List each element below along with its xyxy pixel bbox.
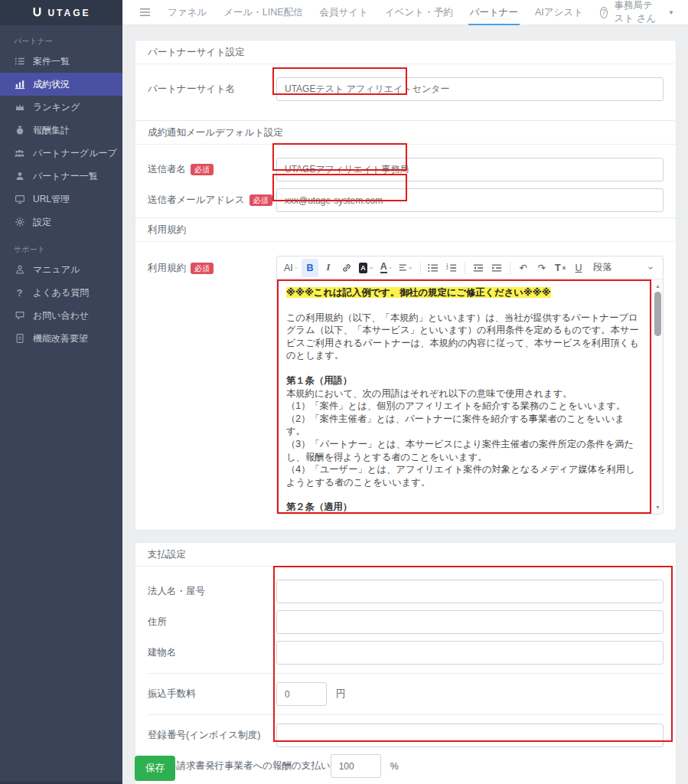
logo[interactable]: UTAGE <box>0 0 122 25</box>
redo-button[interactable]: ↷ <box>533 259 550 277</box>
nav-item-partner[interactable]: パートナー <box>470 0 518 25</box>
sender-email-label: 送信者メールアドレス <box>148 194 245 207</box>
undo-button[interactable]: ↶ <box>515 259 532 277</box>
chat-icon <box>14 310 25 322</box>
card-title: 支払設定 <box>135 543 676 567</box>
chevron-down-icon <box>369 265 373 271</box>
card-title: 利用規約 <box>135 218 676 242</box>
scroll-down-icon[interactable]: ▼ <box>652 502 664 512</box>
nav-item-member-site[interactable]: 会員サイト <box>320 0 368 25</box>
sidebar-item-partner-group[interactable]: パートナーグループ <box>0 142 122 165</box>
link-button[interactable] <box>338 259 355 277</box>
bold-button[interactable]: B <box>302 259 318 277</box>
underline-button[interactable]: U <box>570 259 587 277</box>
bar-chart-icon <box>14 79 25 90</box>
user-menu-name[interactable]: 事務局テスト さん <box>615 0 661 25</box>
sidebar-item-label: 設定 <box>33 216 51 229</box>
sender-name-input[interactable] <box>276 158 664 181</box>
terms-heading: 第２条（適用） <box>286 501 642 514</box>
building-name-label: 建物名 <box>148 646 276 659</box>
transfer-fee-unit: 円 <box>336 688 346 701</box>
nonqualified-payment-input[interactable] <box>331 754 381 778</box>
money-bag-icon <box>14 125 25 136</box>
address-input[interactable] <box>276 610 664 634</box>
person-outline-icon <box>14 264 25 276</box>
scrollbar-thumb[interactable] <box>654 292 661 336</box>
terms-line: （2）「案件主催者」とは、パートナーに案件を紹介する事業者のことをいいます。 <box>286 413 642 438</box>
sidebar-item-contact[interactable]: お問い合わせ <box>0 304 122 327</box>
sidebar-item-seiyaku-jokyo[interactable]: 成約状況 <box>0 73 122 96</box>
card-title: 成約通知メールデフォルト設定 <box>135 121 676 145</box>
card-payment-settings: 支払設定 法人名・屋号 住所 建物名 振込手数料 円 登録番号(イン <box>135 542 677 784</box>
required-badge: 必須 <box>191 263 214 274</box>
nav-item-ai-assist[interactable]: AIアシスト <box>535 0 583 25</box>
transfer-fee-label: 振込手数料 <box>148 688 276 701</box>
hamburger-menu-icon[interactable] <box>139 0 151 25</box>
nonqualified-payment-unit: % <box>390 761 399 772</box>
italic-button[interactable]: I <box>320 259 337 277</box>
terms-line: ※※※これは記入例です。御社の規定にご修正ください※※※ <box>286 286 642 299</box>
sidebar-item-hoshu-shukei[interactable]: 報酬集計 <box>0 119 122 142</box>
text-color-button[interactable]: A <box>378 259 395 277</box>
caret-down-icon[interactable]: ▼ <box>668 9 674 16</box>
bullet-list-button[interactable] <box>425 259 442 277</box>
top-navbar: ファネル メール・LINE配信 会員サイト イベント・予約 パートナー AIアシ… <box>122 0 688 25</box>
editor-toolbar: AI B I A A 12 ↶ <box>277 256 663 279</box>
terms-heading: 第１条（用語） <box>286 374 642 387</box>
sidebar-item-label: URL管理 <box>33 193 70 206</box>
highlight-color-button[interactable]: A <box>357 259 377 277</box>
editor-scrollbar[interactable]: ▲ ▼ <box>651 279 663 514</box>
gear-icon <box>14 217 25 228</box>
building-name-input[interactable] <box>276 641 664 665</box>
chevron-down-icon <box>647 265 654 271</box>
sidebar-item-label: 成約状況 <box>33 78 70 91</box>
ai-dropdown-button[interactable]: AI <box>282 259 300 277</box>
utage-logo-icon <box>31 7 43 18</box>
divider <box>148 673 664 674</box>
document-icon <box>14 333 25 345</box>
sender-email-input[interactable] <box>276 188 664 212</box>
browser-icon <box>14 194 25 205</box>
sidebar: UTAGE パートナー 案件一覧 成約状況 ランキング 報酬集計 パートナーグル… <box>0 0 122 784</box>
scroll-up-icon[interactable]: ▲ <box>652 281 664 291</box>
align-button[interactable] <box>396 259 416 277</box>
sidebar-item-ranking[interactable]: ランキング <box>0 96 122 119</box>
nav-item-event[interactable]: イベント・予約 <box>385 0 453 25</box>
sidebar-section-support: サポート <box>0 234 122 258</box>
list-icon <box>14 56 25 67</box>
user-icon <box>14 171 25 182</box>
sidebar-item-label: 機能改善要望 <box>33 332 88 345</box>
sidebar-item-label: 案件一覧 <box>33 55 70 68</box>
sidebar-item-partner-ichiran[interactable]: パートナー一覧 <box>0 165 122 188</box>
outdent-button[interactable] <box>470 259 487 277</box>
chevron-down-icon <box>389 265 393 271</box>
help-icon[interactable]: ? <box>600 7 608 18</box>
rich-text-editor: AI B I A A 12 ↶ <box>276 256 664 514</box>
invoice-number-input[interactable] <box>276 724 664 747</box>
save-button[interactable]: 保存 <box>135 756 175 781</box>
sidebar-item-anken-ichiran[interactable]: 案件一覧 <box>0 50 122 73</box>
sidebar-item-faq[interactable]: ? よくある質問 <box>0 281 122 304</box>
indent-button[interactable] <box>488 259 505 277</box>
crown-icon <box>14 102 25 113</box>
card-partner-site-settings: パートナーサイト設定 パートナーサイト名 <box>135 40 677 124</box>
sidebar-item-label: よくある質問 <box>33 286 89 299</box>
corporate-name-input[interactable] <box>276 580 664 603</box>
sidebar-item-url-kanri[interactable]: URL管理 <box>0 188 122 211</box>
partner-site-name-input[interactable] <box>276 77 664 101</box>
terms-content[interactable]: ※※※これは記入例です。御社の規定にご修正ください※※※ この利用規約（以下、「… <box>277 279 651 514</box>
nav-item-mail-line[interactable]: メール・LINE配信 <box>223 0 302 25</box>
paragraph-style-dropdown[interactable]: 段落 <box>589 259 658 277</box>
nav-item-funnel[interactable]: ファネル <box>168 0 207 25</box>
corporate-name-label: 法人名・屋号 <box>148 585 276 598</box>
numbered-list-button[interactable]: 12 <box>443 259 460 277</box>
sidebar-item-feature-request[interactable]: 機能改善要望 <box>0 327 122 350</box>
sidebar-item-manual[interactable]: マニュアル <box>0 258 122 281</box>
clear-format-button[interactable]: Tx <box>552 259 569 277</box>
sidebar-item-label: ランキング <box>33 101 80 114</box>
card-terms-of-use: 利用規約 利用規約 必須 AI B I A A <box>135 217 677 531</box>
sidebar-item-settings[interactable]: 設定 <box>0 211 122 234</box>
divider <box>148 714 664 715</box>
transfer-fee-input[interactable] <box>276 682 327 706</box>
partner-site-name-label: パートナーサイト名 <box>148 83 276 96</box>
